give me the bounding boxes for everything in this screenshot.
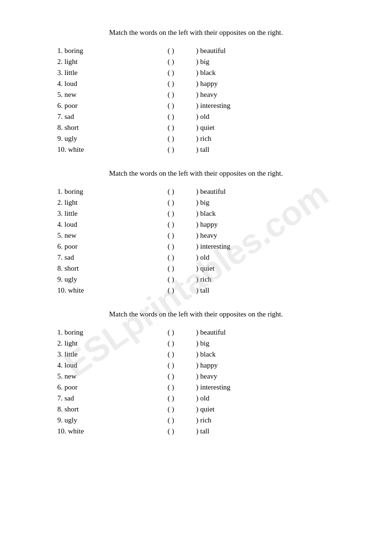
right-word-cell-1-2: ) big — [196, 56, 363, 67]
bracket-cell-3-8: ( ) — [146, 404, 196, 415]
bracket-cell-2-9: ( ) — [146, 274, 196, 285]
table-row: 8. short( )) quiet — [29, 122, 363, 133]
left-word-cell-1-4: 4. loud — [29, 78, 146, 89]
left-word-cell-2-1: 1. boring — [29, 186, 146, 197]
right-word-cell-2-10: ) tall — [196, 285, 363, 296]
instruction-2: Match the words on the left with their o… — [29, 169, 363, 178]
table-row: 5. new( )) heavy — [29, 89, 363, 100]
right-word-cell-3-2: ) big — [196, 338, 363, 349]
table-row: 5. new( )) heavy — [29, 230, 363, 241]
table-row: 2. light( )) big — [29, 56, 363, 67]
left-word-cell-1-5: 5. new — [29, 89, 146, 100]
right-word-cell-3-7: ) old — [196, 393, 363, 404]
left-word-cell-3-8: 8. short — [29, 404, 146, 415]
table-row: 10. white( )) tall — [29, 285, 363, 296]
bracket-cell-3-7: ( ) — [146, 393, 196, 404]
match-table-3: 1. boring( )) beautiful2. light( )) big3… — [29, 327, 363, 437]
bracket-cell-3-9: ( ) — [146, 415, 196, 426]
left-word-cell-1-7: 7. sad — [29, 111, 146, 122]
bracket-cell-1-4: ( ) — [146, 78, 196, 89]
right-word-cell-3-6: ) interesting — [196, 382, 363, 393]
right-word-cell-3-10: ) tall — [196, 426, 363, 437]
bracket-cell-3-2: ( ) — [146, 338, 196, 349]
right-word-cell-1-9: ) rich — [196, 133, 363, 144]
match-table-1: 1. boring( )) beautiful2. light( )) big3… — [29, 45, 363, 155]
bracket-cell-1-2: ( ) — [146, 56, 196, 67]
right-word-cell-2-4: ) happy — [196, 219, 363, 230]
bracket-cell-2-1: ( ) — [146, 186, 196, 197]
right-word-cell-2-9: ) rich — [196, 274, 363, 285]
bracket-cell-1-5: ( ) — [146, 89, 196, 100]
right-word-cell-3-4: ) happy — [196, 360, 363, 371]
bracket-cell-2-8: ( ) — [146, 263, 196, 274]
table-row: 9. ugly( )) rich — [29, 415, 363, 426]
bracket-cell-2-3: ( ) — [146, 208, 196, 219]
bracket-cell-3-3: ( ) — [146, 349, 196, 360]
bracket-cell-2-6: ( ) — [146, 241, 196, 252]
right-word-cell-1-3: ) black — [196, 67, 363, 78]
table-row: 8. short( )) quiet — [29, 263, 363, 274]
bracket-cell-3-6: ( ) — [146, 382, 196, 393]
left-word-cell-2-10: 10. white — [29, 285, 146, 296]
table-row: 7. sad( )) old — [29, 393, 363, 404]
left-word-cell-1-1: 1. boring — [29, 45, 146, 56]
bracket-cell-1-1: ( ) — [146, 45, 196, 56]
left-word-cell-3-5: 5. new — [29, 371, 146, 382]
bracket-cell-1-6: ( ) — [146, 100, 196, 111]
bracket-cell-2-2: ( ) — [146, 197, 196, 208]
left-word-cell-3-9: 9. ugly — [29, 415, 146, 426]
instruction-3: Match the words on the left with their o… — [29, 310, 363, 318]
table-row: 1. boring( )) beautiful — [29, 186, 363, 197]
left-word-cell-3-2: 2. light — [29, 338, 146, 349]
bracket-cell-3-4: ( ) — [146, 360, 196, 371]
table-row: 10. white( )) tall — [29, 144, 363, 155]
right-word-cell-1-4: ) happy — [196, 78, 363, 89]
left-word-cell-2-2: 2. light — [29, 197, 146, 208]
bracket-cell-2-7: ( ) — [146, 252, 196, 263]
exercise-block-2: Match the words on the left with their o… — [29, 169, 363, 296]
table-row: 6. poor( )) interesting — [29, 382, 363, 393]
exercises-container: Match the words on the left with their o… — [29, 29, 363, 437]
table-row: 3. little( )) black — [29, 208, 363, 219]
bracket-cell-2-4: ( ) — [146, 219, 196, 230]
right-word-cell-3-5: ) heavy — [196, 371, 363, 382]
right-word-cell-2-2: ) big — [196, 197, 363, 208]
right-word-cell-2-5: ) heavy — [196, 230, 363, 241]
left-word-cell-3-4: 4. loud — [29, 360, 146, 371]
right-word-cell-2-8: ) quiet — [196, 263, 363, 274]
instruction-1: Match the words on the left with their o… — [29, 29, 363, 37]
bracket-cell-2-5: ( ) — [146, 230, 196, 241]
bracket-cell-1-9: ( ) — [146, 133, 196, 144]
left-word-cell-1-2: 2. light — [29, 56, 146, 67]
left-word-cell-2-3: 3. little — [29, 208, 146, 219]
bracket-cell-1-3: ( ) — [146, 67, 196, 78]
table-row: 9. ugly( )) rich — [29, 133, 363, 144]
match-table-2: 1. boring( )) beautiful2. light( )) big3… — [29, 186, 363, 296]
bracket-cell-1-7: ( ) — [146, 111, 196, 122]
left-word-cell-1-3: 3. little — [29, 67, 146, 78]
right-word-cell-2-7: ) old — [196, 252, 363, 263]
table-row: 3. little( )) black — [29, 349, 363, 360]
left-word-cell-2-8: 8. short — [29, 263, 146, 274]
left-word-cell-2-4: 4. loud — [29, 219, 146, 230]
bracket-cell-3-10: ( ) — [146, 426, 196, 437]
bracket-cell-3-1: ( ) — [146, 327, 196, 338]
right-word-cell-1-8: ) quiet — [196, 122, 363, 133]
right-word-cell-3-8: ) quiet — [196, 404, 363, 415]
right-word-cell-3-9: ) rich — [196, 415, 363, 426]
table-row: 6. poor( )) interesting — [29, 100, 363, 111]
left-word-cell-1-10: 10. white — [29, 144, 146, 155]
left-word-cell-2-7: 7. sad — [29, 252, 146, 263]
table-row: 1. boring( )) beautiful — [29, 327, 363, 338]
bracket-cell-3-5: ( ) — [146, 371, 196, 382]
right-word-cell-1-7: ) old — [196, 111, 363, 122]
right-word-cell-2-1: ) beautiful — [196, 186, 363, 197]
left-word-cell-2-6: 6. poor — [29, 241, 146, 252]
left-word-cell-1-6: 6. poor — [29, 100, 146, 111]
left-word-cell-3-1: 1. boring — [29, 327, 146, 338]
table-row: 4. loud( )) happy — [29, 78, 363, 89]
table-row: 5. new( )) heavy — [29, 371, 363, 382]
exercise-block-3: Match the words on the left with their o… — [29, 310, 363, 437]
table-row: 4. loud( )) happy — [29, 360, 363, 371]
exercise-block-1: Match the words on the left with their o… — [29, 29, 363, 155]
